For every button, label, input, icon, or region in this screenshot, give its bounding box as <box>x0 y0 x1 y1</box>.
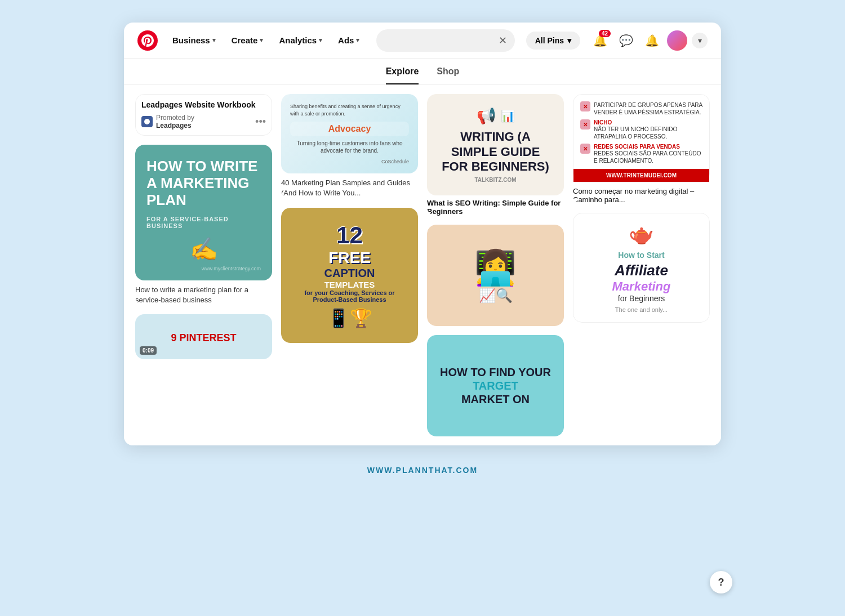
pin-seo-writing[interactable]: 📢 📊 WRITING (A SIMPLE GUIDE FOR BEGINNER… <box>427 94 564 216</box>
seo-title: WRITING (A SIMPLE GUIDE FOR BEGINNERS) <box>438 130 553 174</box>
messages-button[interactable]: 💬 <box>615 30 637 51</box>
pin-leadpages[interactable]: Leadpages Website Workbook Promoted by L… <box>135 94 272 136</box>
chevron-down-icon: ▾ <box>212 37 216 44</box>
caption-templates: TEMPLATES <box>324 280 375 289</box>
promoted-by: Leadpages <box>156 122 194 130</box>
column-3: 📢 📊 WRITING (A SIMPLE GUIDE FOR BEGINNER… <box>427 94 564 436</box>
nav-icons: 🔔 42 💬 🔔 ▾ <box>589 30 708 51</box>
promoted-row: Promoted by Leadpages ••• <box>141 114 266 130</box>
caption-card: 12 FREE CAPTION TEMPLATES for your Coach… <box>281 208 418 343</box>
marketing-plan-label: How to write a marketing plan for a serv… <box>135 285 272 305</box>
advocacy-sharing-text: Sharing benefits and creating a sense of… <box>290 103 409 117</box>
x-icon-2: ✕ <box>580 119 590 130</box>
x-icon-3: ✕ <box>580 144 590 154</box>
person-illustration: 👩‍💻 <box>474 248 517 288</box>
pin-portuguese[interactable]: ✕ PARTICIPAR DE GRUPOS APENAS PARA VENDE… <box>573 94 710 204</box>
affiliate-card: 🫖 How to Start Affiliate Marketing for B… <box>573 213 710 323</box>
caption-for-text: for your Coaching, Services or Product-B… <box>292 289 407 303</box>
promoted-dot <box>141 116 153 127</box>
pin-person-laptop[interactable]: 👩‍💻 📈🔍 <box>427 225 564 326</box>
caption-num: 12 <box>336 222 363 249</box>
seo-source: TALKBITZ.COM <box>474 177 516 183</box>
person-card: 👩‍💻 📈🔍 <box>427 225 564 326</box>
tab-shop[interactable]: Shop <box>437 66 459 84</box>
writing-illustration: ✍️ <box>146 236 261 262</box>
column-4: ✕ PARTICIPAR DE GRUPOS APENAS PARA VENDE… <box>573 94 710 323</box>
advocacy-card-title: 40 Marketing Plan Samples and Guides (An… <box>281 178 418 198</box>
browser-window: Business ▾ Create ▾ Analytics ▾ Ads ▾ ma… <box>124 23 721 445</box>
alert-button[interactable]: 🔔 <box>641 30 662 51</box>
filter-button[interactable]: All Pins ▾ <box>526 32 580 50</box>
affiliate-marketing: Marketing <box>612 279 671 294</box>
avatar[interactable] <box>667 30 687 51</box>
more-button[interactable]: ▾ <box>692 33 708 48</box>
advocacy-card: Sharing benefits and creating a sense of… <box>281 94 418 173</box>
pt-item-3: ✕ REDES SOCIAIS PARA VENDAS REDES SOCIAI… <box>580 144 702 164</box>
phone-trophy-illustration: 📱🏆 <box>327 307 372 329</box>
pt-items-list: ✕ PARTICIPAR DE GRUPOS APENAS PARA VENDE… <box>580 101 702 164</box>
portuguese-card: ✕ PARTICIPAR DE GRUPOS APENAS PARA VENDE… <box>573 94 710 182</box>
x-icon-1: ✕ <box>580 101 590 111</box>
advocacy-turning-text: Turning long-time customers into fans wh… <box>290 140 409 154</box>
pin-caption-templates[interactable]: 12 FREE CAPTION TEMPLATES for your Coach… <box>281 208 418 343</box>
target-line3: MARKET ON <box>461 392 530 406</box>
pin-target-market[interactable]: HOW TO FIND YOUR TARGET MARKET ON <box>427 335 564 436</box>
marketing-plan-url: www.myclientstrategy.com <box>146 266 261 271</box>
column-2: Sharing benefits and creating a sense of… <box>281 94 418 343</box>
navbar: Business ▾ Create ▾ Analytics ▾ Ads ▾ ma… <box>124 23 721 59</box>
search-bar: marketing ✕ <box>376 29 514 52</box>
notification-badge: 42 <box>599 30 611 37</box>
pins-grid: Leadpages Website Workbook Promoted by L… <box>124 85 721 445</box>
seo-card: 📢 📊 WRITING (A SIMPLE GUIDE FOR BEGINNER… <box>427 94 564 195</box>
leadpages-title: Leadpages Website Workbook <box>141 100 266 109</box>
target-line2: TARGET <box>473 379 518 392</box>
pt-item-2: ✕ NICHO NÃO TER UM NICHO DEFINIDO ATRAPA… <box>580 119 702 140</box>
tab-bar: Explore Shop <box>124 59 721 85</box>
pt-nicho-title: NICHO <box>594 119 702 126</box>
column-1: Leadpages Website Workbook Promoted by L… <box>135 94 272 359</box>
seo-icon-row: 📢 📊 <box>477 106 515 125</box>
chevron-down-icon: ▾ <box>260 37 263 44</box>
affiliate-for: for Beginners <box>618 294 665 303</box>
footer-url: WWW.PLANNTHAT.COM <box>367 466 478 475</box>
chevron-down-icon: ▾ <box>567 36 571 45</box>
affiliate-footnote: The one and only... <box>615 306 668 313</box>
pin-affiliate[interactable]: 🫖 How to Start Affiliate Marketing for B… <box>573 213 710 323</box>
marketing-plan-card: HOW TO WRITE A MARKETING PLAN FOR A SERV… <box>135 145 272 280</box>
chevron-down-icon: ▾ <box>319 37 322 44</box>
nav-ads[interactable]: Ads ▾ <box>332 32 365 48</box>
chart-icon: 📊 <box>501 109 515 123</box>
teapot-illustration: 🫖 <box>629 222 654 246</box>
caption-cap: CAPTION <box>324 267 375 280</box>
notifications-button[interactable]: 🔔 42 <box>589 30 611 51</box>
pt-item-1: ✕ PARTICIPAR DE GRUPOS APENAS PARA VENDE… <box>580 101 702 116</box>
pt-text-1: PARTICIPAR DE GRUPOS APENAS PARA VENDER … <box>594 101 702 116</box>
pt-redes-title: REDES SOCIAIS PARA VENDAS <box>594 144 702 150</box>
advocacy-label: Advocacy <box>290 122 409 136</box>
pin-options-icon[interactable]: ••• <box>255 116 266 128</box>
marketing-plan-subtitle: FOR A SERVICE-BASED BUSINESS <box>146 216 261 229</box>
video-timestamp: 0:09 <box>140 346 157 355</box>
svg-point-0 <box>144 119 150 124</box>
chevron-down-icon: ▾ <box>356 37 359 44</box>
nav-analytics[interactable]: Analytics ▾ <box>273 32 328 48</box>
pin-video[interactable]: 0:09 9 PINTEREST <box>135 314 272 359</box>
pt-card-title: Como começar no marketing digital – Cami… <box>573 187 710 204</box>
tab-explore[interactable]: Explore <box>386 66 419 84</box>
caption-free: FREE <box>328 249 371 267</box>
nav-business[interactable]: Business ▾ <box>167 32 221 48</box>
advocacy-source: CoSchedule <box>290 159 409 164</box>
pinterest-logo[interactable] <box>137 30 158 51</box>
clear-search-button[interactable]: ✕ <box>499 35 507 46</box>
search-input[interactable]: marketing <box>384 35 493 45</box>
pin-advocacy[interactable]: Sharing benefits and creating a sense of… <box>281 94 418 199</box>
nav-create[interactable]: Create ▾ <box>226 32 269 48</box>
pt-redes-text: REDES SOCIAIS SÃO PARA CONTEÚDO E RELACI… <box>594 150 702 164</box>
help-button[interactable]: ? <box>710 571 732 593</box>
pin-marketing-plan[interactable]: HOW TO WRITE A MARKETING PLAN FOR A SERV… <box>135 145 272 305</box>
affiliate-how: How to Start <box>618 251 664 260</box>
pt-nicho-text: NÃO TER UM NICHO DEFINIDO ATRAPALHA O PR… <box>594 126 702 140</box>
affiliate-affiliate: Affiliate <box>615 262 668 279</box>
marketing-plan-title: HOW TO WRITE A MARKETING PLAN <box>146 158 261 209</box>
target-line1: HOW TO FIND YOUR <box>440 365 551 379</box>
